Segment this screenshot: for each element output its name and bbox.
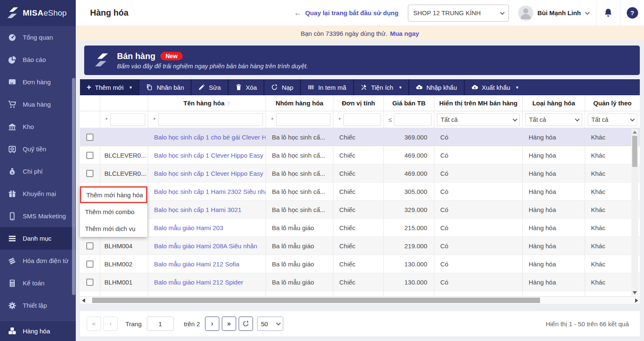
horizontal-scrollbar[interactable]	[80, 296, 640, 304]
row-checkbox[interactable]	[86, 279, 93, 286]
sidebar-item-thiet-lap[interactable]: Thiết lập	[0, 294, 76, 317]
filter-operator-lte[interactable]: ≤	[386, 116, 394, 123]
cell-name-link[interactable]: Balo học sinh cấp 1 Hami 2302 Siêu nhân	[148, 183, 266, 200]
table-row[interactable]: Balo học sinh cấp 1 cho bé gái Clever H …	[80, 128, 640, 146]
row-checkbox[interactable]	[86, 152, 93, 159]
reload-button[interactable]: Nạp	[264, 79, 300, 95]
cell-name-link[interactable]: Balo học sinh cấp 1 cho bé gái Clever H	[148, 128, 266, 146]
filter-type-select[interactable]: Tất cả	[525, 113, 582, 126]
user-menu[interactable]: Bùi Mạnh Linh	[518, 5, 588, 21]
cell-name-link[interactable]: Balo học sinh cấp 1 Clever Hippo Easy	[148, 146, 266, 164]
filter-operator[interactable]: *	[103, 116, 110, 123]
sidebar-item-khuyen-mai[interactable]: Khuyến mại	[0, 183, 76, 205]
sidebar-scrollbar[interactable]	[72, 78, 75, 295]
cell-name-link[interactable]: Balo mẫu giáo Hami 208A Siêu nhân	[148, 237, 266, 255]
filter-price-input[interactable]	[394, 113, 431, 126]
header-name[interactable]: Tên hàng hóa↑	[148, 95, 266, 111]
delete-button[interactable]: Xóa	[229, 79, 264, 95]
page-size-select[interactable]: 50	[257, 317, 283, 331]
sidebar-item-ke-toan[interactable]: Kế toán	[0, 272, 76, 294]
sidebar-item-hoa-don-dien-tu[interactable]: Hóa đơn điện tử	[0, 250, 76, 272]
first-page-button[interactable]: «	[87, 317, 101, 331]
app-logo[interactable]: MISAeShop	[0, 0, 76, 26]
filter-operator[interactable]: *	[151, 116, 158, 123]
row-checkbox[interactable]	[86, 134, 93, 141]
horizontal-scroll-thumb[interactable]	[92, 298, 540, 303]
buy-now-link[interactable]: Mua ngay	[390, 30, 419, 37]
table-row[interactable]: BLHM004 Balo mẫu giáo Hami 208A Siêu nhâ…	[80, 237, 640, 255]
sidebar-item-chi-phi[interactable]: $ Chi phí	[0, 160, 76, 183]
add-menu-item[interactable]: Thêm mới hàng hóa	[80, 186, 147, 203]
table-row[interactable]: BLHM001 Balo mẫu giáo Hami 212 Spider Ba…	[80, 273, 640, 291]
header-price[interactable]: Giá bán TB	[384, 95, 434, 111]
cell-name-link[interactable]: Balo mẫu giáo Hami 212 Sofia	[148, 255, 266, 273]
sidebar-item-hang-hoa[interactable]: Hàng hóa	[0, 320, 76, 341]
sidebar-item-don-hang[interactable]: Đơn hàng	[0, 71, 76, 93]
header-manage[interactable]: Quản lý theo	[585, 95, 640, 111]
print-barcode-button[interactable]: In tem mã	[301, 79, 353, 95]
table-row[interactable]: BLHM002 Balo mẫu giáo Hami 212 Sofia Ba …	[80, 255, 640, 273]
page-number-input[interactable]	[147, 317, 174, 331]
import-button[interactable]: Nhập khẩu	[409, 79, 464, 95]
filter-operator[interactable]: *	[336, 116, 343, 123]
duplicate-button[interactable]: Nhân bản	[139, 79, 191, 95]
cell-price: 219.000	[384, 237, 434, 255]
filter-code-input[interactable]	[110, 113, 145, 126]
filter-unit-input[interactable]	[343, 113, 381, 126]
back-to-start-link[interactable]: ← Quay lại trang bắt đầu sử dụng	[294, 9, 399, 17]
last-page-button[interactable]: »	[222, 317, 236, 331]
scroll-up-arrow[interactable]	[631, 129, 638, 135]
sidebar-item-mua-hang[interactable]: Mua hàng	[0, 93, 76, 115]
sidebar-item-bao-cao[interactable]: Báo cáo	[0, 48, 76, 71]
utilities-button[interactable]: Tiện ích ▾	[354, 79, 408, 95]
scroll-right-arrow[interactable]	[633, 297, 640, 304]
shop-selector[interactable]: SHOP 12 TRUNG KÍNH	[408, 5, 509, 21]
export-button[interactable]: Xuất khẩu ▾	[465, 79, 525, 95]
sidebar-item-danh-muc[interactable]: Danh mục	[0, 227, 76, 250]
header-type[interactable]: Loại hàng hóa	[523, 95, 585, 111]
filter-show-select[interactable]: Tất cả	[437, 113, 520, 126]
header-group[interactable]: Nhóm hàng hóa	[266, 95, 333, 111]
header-show[interactable]: Hiển thị trên MH bán hàng	[434, 95, 523, 111]
notifications-button[interactable]	[596, 0, 620, 26]
cell-name-link[interactable]: Balo mẫu giáo Hami 203	[148, 219, 266, 236]
add-new-button[interactable]: + Thêm mới ▾	[80, 79, 138, 95]
add-menu-item[interactable]: Thêm mới combo	[80, 203, 147, 220]
cell-name-link[interactable]: Balo học sinh cấp 1 Clever Hippo Easy	[148, 164, 266, 182]
add-menu-item[interactable]: Thêm mới dịch vụ	[80, 220, 147, 237]
row-checkbox[interactable]	[86, 170, 93, 177]
edit-button[interactable]: Sửa	[192, 79, 227, 95]
row-checkbox[interactable]	[86, 242, 93, 250]
filter-name-input[interactable]	[158, 113, 263, 126]
vertical-scroll-thumb[interactable]	[632, 136, 637, 167]
cell-name-link[interactable]: Balo mẫu giáo Hami 212 Spider	[148, 273, 266, 291]
filter-operator[interactable]: *	[269, 116, 276, 123]
row-checkbox[interactable]	[86, 260, 93, 268]
scroll-down-arrow[interactable]	[631, 290, 638, 295]
sidebar-item-tong-quan[interactable]: Tổng quan	[0, 26, 76, 48]
scroll-left-arrow[interactable]	[80, 297, 87, 304]
cell-name-link[interactable]: Balo mẫu giáo Miti 1338SW Frozen	[148, 291, 266, 296]
prev-page-button[interactable]: ‹	[104, 317, 118, 331]
vertical-scrollbar[interactable]	[631, 129, 638, 295]
table-row[interactable]: BLHM007 Balo học sinh cấp 1 Hami 2302 Si…	[80, 183, 640, 201]
filter-manage-select[interactable]: Tất cả	[588, 113, 637, 126]
table-row[interactable]: BLHM005 Balo mẫu giáo Hami 203 Ba lô mẫu…	[80, 219, 640, 237]
pie-chart-icon	[8, 55, 17, 64]
header-unit[interactable]: Đơn vị tính	[333, 95, 384, 111]
sidebar-item-quy-tien[interactable]: Quỹ tiền	[0, 138, 76, 160]
next-page-button[interactable]: ›	[205, 317, 219, 331]
help-button[interactable]: ?	[620, 0, 644, 26]
table-row[interactable]: BLCLEVER0... Balo học sinh cấp 1 Clever …	[80, 146, 640, 164]
filter-group-input[interactable]	[276, 113, 330, 126]
cell-name-link[interactable]: Balo học sinh cấp 1 Hami 3021	[148, 201, 266, 218]
copy-icon	[146, 84, 153, 91]
expense-icon: $	[8, 167, 17, 176]
table-row[interactable]: BLCLEVER0... Balo học sinh cấp 1 Clever …	[80, 164, 640, 183]
table-row[interactable]: BLHM003 Balo mẫu giáo Miti 1338SW Frozen…	[80, 291, 640, 296]
refresh-button[interactable]	[239, 317, 253, 331]
sidebar-item-sms-marketing[interactable]: SMS Marketing	[0, 205, 76, 227]
sales-promo-banner[interactable]: Bán hàng New Bấm vào đây để trải nghiệm …	[84, 46, 640, 75]
sidebar-item-kho[interactable]: Kho	[0, 115, 76, 138]
table-row[interactable]: BLHM006 Balo học sinh cấp 1 Hami 3021 Ba…	[80, 201, 640, 219]
